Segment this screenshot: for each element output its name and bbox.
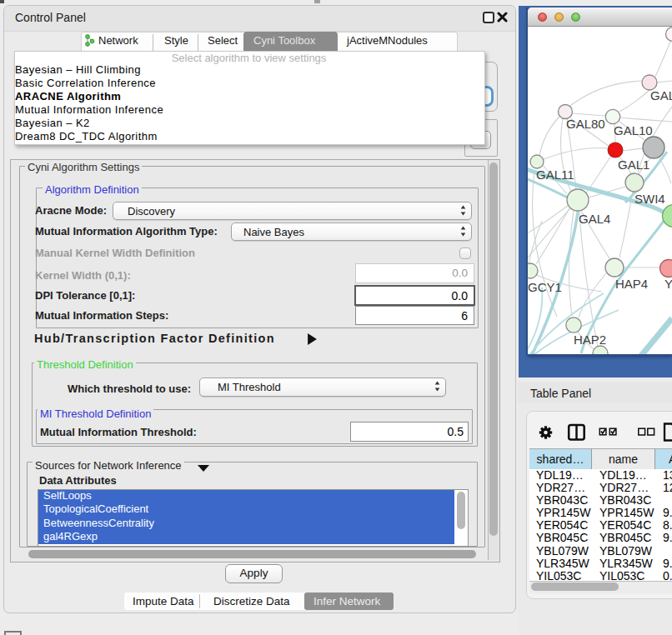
svg-text:GAL: GAL (650, 88, 672, 102)
svg-text:GAL11: GAL11 (536, 168, 574, 182)
svg-text:GAL10: GAL10 (614, 123, 653, 138)
svg-text:GAL80: GAL80 (566, 117, 605, 131)
svg-text:Y: Y (664, 277, 672, 291)
svg-text:HAP2: HAP2 (574, 332, 606, 347)
svg-text:SWI4: SWI4 (634, 192, 665, 206)
svg-text:GAL4: GAL4 (579, 212, 610, 226)
svg-text:GAL1: GAL1 (618, 158, 649, 172)
svg-text:GCY1: GCY1 (528, 280, 562, 294)
svg-text:HAP4: HAP4 (615, 277, 648, 291)
